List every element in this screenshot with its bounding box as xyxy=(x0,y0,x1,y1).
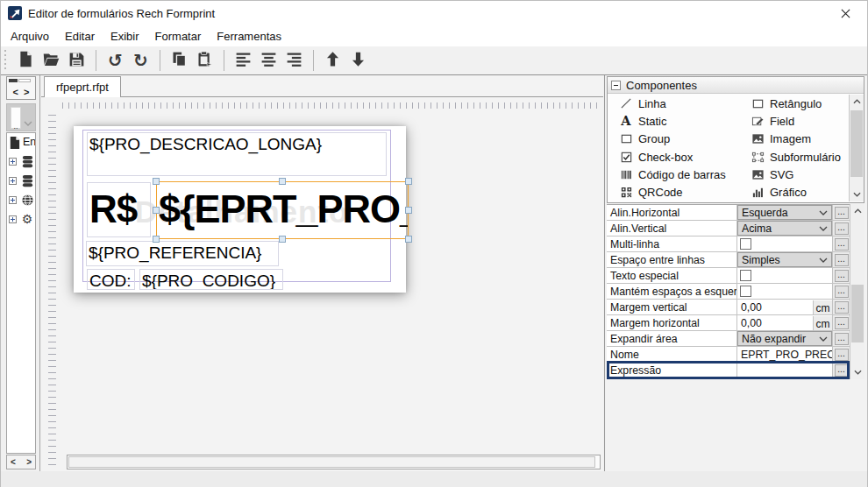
component-static[interactable]: AStatic xyxy=(619,112,751,130)
expand-icon[interactable] xyxy=(9,196,17,204)
panel-divider[interactable] xyxy=(604,75,605,471)
collapse-icon[interactable] xyxy=(611,81,621,90)
align-right-button[interactable] xyxy=(281,49,307,73)
field-eprt-pro-preco[interactable]: ${EPRT_PRO_PRECO} xyxy=(156,181,409,239)
selection-handle[interactable] xyxy=(405,207,412,214)
scrollbar-thumb[interactable] xyxy=(851,285,864,342)
selection-handle[interactable] xyxy=(405,236,412,243)
scroll-left-icon[interactable]: < xyxy=(11,457,16,467)
ellipsis-button[interactable]: ... xyxy=(835,349,849,361)
selection-handle[interactable] xyxy=(405,178,412,185)
paste-button[interactable] xyxy=(192,49,217,73)
redo-button[interactable]: ↻ xyxy=(128,49,153,73)
scroll-right-icon[interactable]: > xyxy=(26,457,32,467)
static-rs[interactable]: R$ xyxy=(87,182,151,237)
tree-node-database-1[interactable] xyxy=(7,171,35,190)
form-page[interactable]: Detalhamento ${PRO_DESCRICAO_LONGA}R$${E… xyxy=(74,126,406,293)
property-value[interactable]: EPRT_PRO_PRECO... xyxy=(737,349,832,361)
scrollbar-thumb[interactable] xyxy=(850,110,863,177)
tree-node-database-0[interactable] xyxy=(7,152,35,171)
property-dropdown[interactable]: Não expandir xyxy=(737,331,832,346)
component-linha[interactable]: Linha xyxy=(619,95,751,112)
properties-scrollbar[interactable] xyxy=(850,204,864,379)
property-checkbox[interactable] xyxy=(740,286,751,297)
field-pro-codigo[interactable]: ${PRO_CODIGO} xyxy=(139,269,283,290)
ellipsis-button[interactable]: ... xyxy=(835,286,849,298)
ellipsis-button[interactable]: ... xyxy=(835,333,849,345)
property-dropdown[interactable]: Simples xyxy=(737,252,832,267)
menu-exibir[interactable]: Exibir xyxy=(103,27,147,46)
undo-button[interactable]: ↺ xyxy=(103,49,128,73)
component-svg[interactable]: SVG xyxy=(751,166,849,183)
component-field[interactable]: Field xyxy=(751,112,849,130)
expand-icon[interactable] xyxy=(9,177,17,185)
dock-combo-button[interactable]: .. xyxy=(11,107,21,129)
move-down-button[interactable] xyxy=(345,49,371,73)
expand-icon[interactable] xyxy=(9,215,17,223)
tree-root[interactable]: Ent xyxy=(7,133,35,152)
new-file-button[interactable] xyxy=(13,49,39,73)
move-up-button[interactable] xyxy=(320,49,345,73)
scrollbar-thumb[interactable] xyxy=(68,456,595,468)
component-qrcode[interactable]: QRCode xyxy=(619,184,751,201)
ellipsis-button[interactable]: ... xyxy=(835,270,849,282)
property-row-espa-o-entre-linhas: Espaço entre linhasSimples... xyxy=(607,252,850,268)
dock-collapsed-combo[interactable]: .. xyxy=(6,103,36,131)
component-gr-fico[interactable]: Gráfico xyxy=(751,184,849,201)
scroll-up-icon[interactable] xyxy=(850,204,864,218)
tab-rfpeprt[interactable]: rfpeprt.rfpt xyxy=(44,76,121,97)
menu-editar[interactable]: Editar xyxy=(57,27,103,46)
field-pro-referencia[interactable]: ${PRO_REFERENCIA} xyxy=(86,241,279,266)
selection-handle[interactable] xyxy=(279,236,286,243)
scroll-down-icon[interactable] xyxy=(850,187,864,201)
property-value[interactable]: 0,00 xyxy=(737,301,813,314)
menu-ferramentas[interactable]: Ferramentas xyxy=(209,27,289,46)
close-icon[interactable] xyxy=(830,3,860,24)
component-ret-ngulo[interactable]: Retângulo xyxy=(751,95,849,112)
ellipsis-button[interactable]: ... xyxy=(835,301,849,314)
ellipsis-button[interactable]: ... xyxy=(835,254,849,266)
property-dropdown[interactable]: Esquerda xyxy=(737,205,832,220)
components-header[interactable]: Componentes xyxy=(608,77,864,94)
property-checkbox[interactable] xyxy=(740,238,751,250)
selection-handle[interactable] xyxy=(153,178,160,185)
component-group[interactable]: Group xyxy=(619,131,751,148)
component-c-digo-de-barras[interactable]: Código de barras xyxy=(619,166,751,183)
property-row-margem-horizontal: Margem horizontal0,00cm... xyxy=(607,315,850,331)
ellipsis-button[interactable]: ... xyxy=(835,317,849,329)
ellipsis-button[interactable]: ... xyxy=(835,364,849,377)
component-subformul-rio[interactable]: Subformulário xyxy=(751,148,849,166)
align-left-button[interactable] xyxy=(231,49,256,73)
ellipsis-button[interactable]: ... xyxy=(835,222,849,235)
scroll-down-icon[interactable] xyxy=(850,365,864,379)
expand-icon[interactable] xyxy=(9,158,17,166)
property-more-cell: ... xyxy=(832,236,850,251)
canvas-horizontal-scrollbar[interactable] xyxy=(67,455,601,469)
property-checkbox[interactable] xyxy=(740,270,751,281)
menu-formatar[interactable]: Formatar xyxy=(147,27,210,46)
property-value[interactable]: 0,00 xyxy=(737,317,813,329)
tree-node-globe-2[interactable] xyxy=(7,190,35,209)
dock-horizontal-scrollbar[interactable]: < > xyxy=(6,455,36,469)
open-folder-button[interactable] xyxy=(39,49,64,73)
dock-next-button[interactable]: > xyxy=(24,87,29,97)
component-imagem[interactable]: Imagem xyxy=(751,131,849,148)
dock-prev-button[interactable]: < xyxy=(13,87,18,97)
components-scrollbar[interactable] xyxy=(849,95,864,201)
copy-button[interactable] xyxy=(167,49,192,73)
field-pro-descricao-longa[interactable]: ${PRO_DESCRICAO_LONGA} xyxy=(87,132,387,176)
selection-handle[interactable] xyxy=(153,236,160,243)
component-check-box[interactable]: Check-box xyxy=(619,148,751,166)
save-button[interactable] xyxy=(64,49,89,73)
scroll-up-icon[interactable] xyxy=(850,95,864,109)
selection-handle[interactable] xyxy=(153,207,160,214)
ellipsis-button[interactable]: ... xyxy=(835,238,849,251)
tree-node-gear-3[interactable]: ⚙ xyxy=(7,209,35,229)
align-center-button[interactable] xyxy=(256,49,281,73)
static-cod[interactable]: COD: xyxy=(87,269,135,290)
menu-arquivo[interactable]: Arquivo xyxy=(3,27,57,46)
selection-handle[interactable] xyxy=(279,178,286,185)
ellipsis-button[interactable]: ... xyxy=(835,207,849,219)
property-dropdown[interactable]: Acima xyxy=(737,221,832,236)
dropdown-value: Não expandir xyxy=(742,333,819,345)
